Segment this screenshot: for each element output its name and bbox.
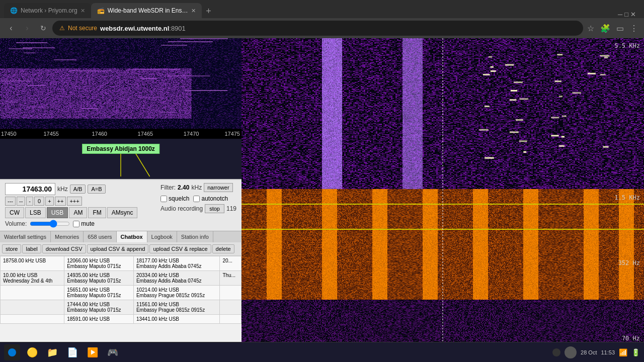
mem-cell[interactable]: 20... xyxy=(220,256,242,271)
mode-fm[interactable]: FM xyxy=(88,207,106,218)
restore-btn[interactable]: □ xyxy=(624,11,628,18)
mem-cell[interactable]: 17444.00 kHz USBEmbassy Maputo 0715z xyxy=(64,300,134,315)
tab-new-button[interactable]: + xyxy=(202,4,216,18)
mem-cell[interactable] xyxy=(220,315,242,324)
freq-label-17455: 17455 xyxy=(43,131,59,137)
tab-title-2: Wide-band WebSDR in Ens… xyxy=(108,7,188,14)
tab-close-1[interactable]: ✕ xyxy=(80,8,85,14)
table-row[interactable]: 15651.00 kHz USBEmbassy Maputo 0715z 102… xyxy=(1,286,242,300)
filter-unit: kHz xyxy=(191,184,202,191)
mem-cell[interactable]: 20334.00 kHz USBEmbassy Addis Ababa 0745… xyxy=(133,271,219,286)
tab-inactive[interactable]: 🌐 Network › Priyom.org ✕ xyxy=(4,3,91,18)
tab-logbook[interactable]: Logbook xyxy=(147,231,177,242)
right-panel: 5.5 KHz 1.5 KHz 352 Hz 70 Hz xyxy=(242,38,644,362)
tab-memories[interactable]: Memories xyxy=(51,231,84,242)
tab-active[interactable]: 📻 Wide-band WebSDR in Ens… ✕ xyxy=(91,3,202,18)
mem-cell[interactable]: 10.00 kHz USBWednesday 2nd & 4th xyxy=(1,271,64,286)
volume-slider[interactable] xyxy=(30,220,70,228)
mem-cell[interactable]: 18177.00 kHz USBEmbassy Addis Ababa 0745… xyxy=(133,256,219,271)
stop-btn[interactable]: stop xyxy=(205,204,224,213)
tab-waterfall-settings[interactable]: Waterfall settings xyxy=(0,231,51,242)
freq-label-17475: 17475 xyxy=(224,131,240,137)
btn-ab[interactable]: A/B xyxy=(70,185,86,194)
menu-icon[interactable]: ⋮ xyxy=(628,24,640,33)
frequency-input[interactable] xyxy=(5,183,55,195)
mem-btn-upload-replace[interactable]: upload CSV & replace xyxy=(149,244,211,253)
mute-checkbox[interactable] xyxy=(73,221,79,227)
mem-btn-store[interactable]: store xyxy=(2,244,21,253)
btn-narrower[interactable]: narrower xyxy=(204,183,232,192)
mem-cell[interactable] xyxy=(1,315,64,324)
mem-btn-upload-append[interactable]: upload CSV & append xyxy=(87,244,149,253)
mem-cell[interactable]: 13441.00 kHz USB xyxy=(133,315,219,324)
minimize-btn[interactable]: ─ xyxy=(618,11,622,18)
mem-cell[interactable]: 10214.00 kHz USBEmbassy Prague 0815z 091… xyxy=(133,286,219,300)
tab-close-2[interactable]: ✕ xyxy=(191,8,196,14)
mem-cell[interactable]: 12066.00 kHz USBEmbassy Maputo 0715z xyxy=(64,256,134,271)
mem-cell[interactable]: 11561.00 kHz USBEmbassy Prague 0815z 091… xyxy=(133,300,219,315)
taskbar-icon-chrome[interactable]: 🟡 xyxy=(24,344,40,360)
waterfall-right-canvas xyxy=(242,38,644,362)
tune-btn-dd[interactable]: -- xyxy=(17,197,25,206)
mute-label: mute xyxy=(73,220,95,227)
taskbar-icon-docs[interactable]: 📄 xyxy=(64,344,80,360)
taskbar-icon-play[interactable]: 🎮 xyxy=(105,344,121,360)
mode-usb[interactable]: USB xyxy=(47,207,68,218)
autonotch-checkbox[interactable] xyxy=(193,196,200,202)
mem-cell[interactable]: 18758.00 kHz USB xyxy=(1,256,64,271)
mem-cell[interactable] xyxy=(220,286,242,300)
tab-station-info[interactable]: Station info xyxy=(177,231,213,242)
tune-btn-d[interactable]: - xyxy=(26,197,33,206)
hz-marker-low: 352 Hz xyxy=(618,259,640,266)
mem-btn-download-csv[interactable]: download CSV xyxy=(42,244,86,253)
bookmark-icon[interactable]: ☆ xyxy=(585,24,596,33)
forward-btn[interactable]: › xyxy=(20,21,34,35)
sidebar-icon[interactable]: ▭ xyxy=(614,24,626,33)
mem-btn-delete[interactable]: delete xyxy=(212,244,234,253)
mode-am[interactable]: AM xyxy=(69,207,87,218)
khz-marker-top: 5.5 KHz xyxy=(614,42,640,49)
taskbar-start[interactable] xyxy=(4,344,20,360)
taskbar-icon-files[interactable]: 📁 xyxy=(44,344,60,360)
mem-cell[interactable]: 18591.00 kHz USB xyxy=(64,315,134,324)
taskbar-time: 11:53 xyxy=(601,349,615,355)
mem-cell[interactable] xyxy=(1,286,64,300)
panel-tab-strip: Waterfall settings Memories 658 users Ch… xyxy=(0,231,242,242)
mem-cell[interactable]: Thu... xyxy=(220,271,242,286)
table-row[interactable]: 18758.00 kHz USB 12066.00 kHz USBEmbassy… xyxy=(1,256,242,271)
table-row[interactable]: 10.00 kHz USBWednesday 2nd & 4th 14935.0… xyxy=(1,271,242,286)
taskbar-record-icon xyxy=(552,348,560,356)
mem-cell[interactable] xyxy=(1,300,64,315)
tab-users[interactable]: 658 users xyxy=(84,231,116,242)
taskbar-icon-youtube[interactable]: ▶️ xyxy=(85,344,101,360)
tune-btn-uuu[interactable]: +++ xyxy=(67,197,82,206)
waterfall-canvas-top xyxy=(0,38,242,139)
tab-favicon-2: 📻 xyxy=(97,7,105,14)
recording-label: Audio recording xyxy=(160,205,203,212)
filter-value: 2.40 xyxy=(178,184,189,191)
tab-chatbox[interactable]: Chatbox xyxy=(117,231,147,242)
mem-cell[interactable]: 15651.00 kHz USBEmbassy Maputo 0715z xyxy=(64,286,134,300)
tune-btn-u[interactable]: + xyxy=(45,197,53,206)
tune-btn-ddd[interactable]: --- xyxy=(5,197,16,206)
extension-icon[interactable]: 🧩 xyxy=(598,24,612,33)
squelch-checkbox[interactable] xyxy=(160,196,167,202)
controls-panel: kHz A/B A=B --- -- - 0 + ++ +++ CW xyxy=(0,179,242,231)
mode-amsync[interactable]: AMsync xyxy=(107,207,138,218)
mode-lsb[interactable]: LSB xyxy=(25,207,46,218)
btn-ab2[interactable]: A=B xyxy=(88,185,105,194)
table-row[interactable]: 18591.00 kHz USB 13441.00 kHz USB xyxy=(1,315,242,324)
table-row[interactable]: 17444.00 kHz USBEmbassy Maputo 0715z 115… xyxy=(1,300,242,315)
mem-btn-label[interactable]: label xyxy=(22,244,41,253)
reload-btn[interactable]: ↻ xyxy=(36,21,50,35)
tab-title-1: Network › Priyom.org xyxy=(21,7,77,14)
tune-btn-uu[interactable]: ++ xyxy=(55,197,66,206)
mode-cw[interactable]: CW xyxy=(5,207,24,218)
address-input-container[interactable]: ⚠ Not secure websdr.ewi.utwente.nl:8901 xyxy=(52,21,583,36)
tune-btn-0[interactable]: 0 xyxy=(34,197,44,206)
close-btn[interactable]: ✕ xyxy=(630,11,636,18)
mem-cell[interactable]: 14935.00 kHz USBEmbassy Maputo 0715z xyxy=(64,271,134,286)
back-btn[interactable]: ‹ xyxy=(4,21,18,35)
not-secure-label: Not secure xyxy=(68,25,97,32)
mem-cell[interactable] xyxy=(220,300,242,315)
